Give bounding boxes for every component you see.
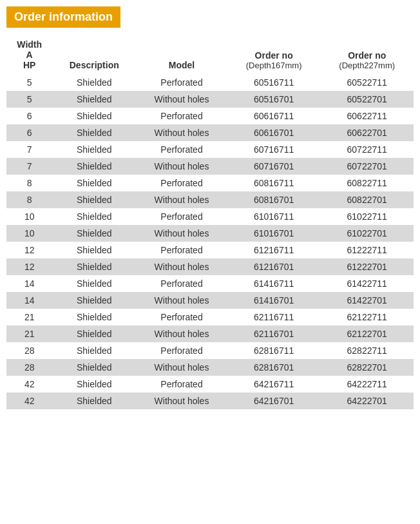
cell-description: Shielded [52,275,136,292]
cell-model: Perforated [136,141,227,158]
cell-model: Without holes [136,91,227,108]
cell-description: Shielded [52,208,136,225]
cell-order227: 60822701 [320,191,414,208]
cell-description: Shielded [52,191,136,208]
cell-order167: 64216711 [227,376,321,393]
cell-description: Shielded [52,108,136,124]
cell-width: 14 [6,292,52,309]
cell-description: Shielded [52,141,136,158]
cell-order167: 61216701 [227,258,321,275]
order-table: Width A HP Description Model Order no (D… [6,35,414,409]
cell-width: 14 [6,275,52,292]
cell-order227: 61422711 [320,275,414,292]
table-row: 10ShieldedPerforated6101671161022711 [6,208,414,225]
cell-model: Perforated [136,275,227,292]
col-model: Model [136,35,227,74]
page-title: Order information [6,6,120,28]
cell-model: Perforated [136,108,227,124]
cell-order227: 62822711 [320,342,414,359]
table-row: 8ShieldedWithout holes6081670160822701 [6,191,414,208]
table-row: 7ShieldedPerforated6071671160722711 [6,141,414,158]
cell-model: Perforated [136,342,227,359]
cell-order167: 60616701 [227,124,321,141]
cell-order227: 60622711 [320,108,414,124]
cell-description: Shielded [52,359,136,376]
cell-order227: 60722701 [320,158,414,175]
cell-order227: 60522701 [320,91,414,108]
cell-model: Without holes [136,292,227,309]
cell-description: Shielded [52,325,136,342]
cell-order227: 61022701 [320,225,414,242]
table-row: 42ShieldedPerforated6421671164222711 [6,376,414,393]
table-row: 28ShieldedPerforated6281671162822711 [6,342,414,359]
cell-order227: 61022711 [320,208,414,225]
cell-model: Perforated [136,175,227,191]
cell-order227: 61422701 [320,292,414,309]
table-row: 8ShieldedPerforated6081671160822711 [6,175,414,191]
table-row: 10ShieldedWithout holes6101670161022701 [6,225,414,242]
table-row: 12ShieldedWithout holes6121670161222701 [6,258,414,275]
cell-model: Perforated [136,309,227,325]
cell-order227: 62122711 [320,309,414,325]
cell-description: Shielded [52,242,136,258]
cell-model: Perforated [136,208,227,225]
cell-description: Shielded [52,124,136,141]
cell-width: 10 [6,225,52,242]
cell-model: Without holes [136,124,227,141]
cell-model: Without holes [136,393,227,409]
cell-order167: 60616711 [227,108,321,124]
table-row: 28ShieldedWithout holes6281670162822701 [6,359,414,376]
cell-order167: 62816701 [227,359,321,376]
cell-description: Shielded [52,309,136,325]
cell-order167: 61016701 [227,225,321,242]
table-row: 6ShieldedPerforated6061671160622711 [6,108,414,124]
table-row: 14ShieldedWithout holes6141670161422701 [6,292,414,309]
cell-model: Without holes [136,158,227,175]
cell-order227: 62822701 [320,359,414,376]
cell-width: 42 [6,376,52,393]
table-row: 12ShieldedPerforated6121671161222711 [6,242,414,258]
table-row: 5ShieldedWithout holes6051670160522701 [6,91,414,108]
cell-order227: 60722711 [320,141,414,158]
cell-description: Shielded [52,158,136,175]
cell-description: Shielded [52,225,136,242]
cell-description: Shielded [52,175,136,191]
col-order227: Order no (Depth227mm) [320,35,414,74]
cell-width: 21 [6,309,52,325]
cell-model: Perforated [136,376,227,393]
cell-model: Without holes [136,225,227,242]
cell-order167: 61016711 [227,208,321,225]
cell-width: 12 [6,258,52,275]
cell-order227: 62122701 [320,325,414,342]
table-row: 5ShieldedPerforated6051671160522711 [6,74,414,91]
cell-order167: 64216701 [227,393,321,409]
cell-width: 10 [6,208,52,225]
cell-order167: 60716711 [227,141,321,158]
cell-description: Shielded [52,292,136,309]
cell-model: Perforated [136,74,227,91]
table-row: 21ShieldedWithout holes6211670162122701 [6,325,414,342]
cell-order227: 61222711 [320,242,414,258]
cell-order227: 61222701 [320,258,414,275]
cell-order167: 62116701 [227,325,321,342]
cell-width: 28 [6,359,52,376]
cell-description: Shielded [52,393,136,409]
cell-model: Without holes [136,191,227,208]
table-row: 42ShieldedWithout holes6421670164222701 [6,393,414,409]
cell-order167: 61216711 [227,242,321,258]
cell-order167: 60816701 [227,191,321,208]
col-description: Description [52,35,136,74]
cell-width: 6 [6,124,52,141]
cell-width: 42 [6,393,52,409]
cell-order227: 60622701 [320,124,414,141]
cell-description: Shielded [52,74,136,91]
cell-width: 7 [6,141,52,158]
table-row: 6ShieldedWithout holes6061670160622701 [6,124,414,141]
cell-description: Shielded [52,258,136,275]
cell-order227: 60822711 [320,175,414,191]
cell-width: 8 [6,191,52,208]
table-row: 14ShieldedPerforated6141671161422711 [6,275,414,292]
cell-width: 8 [6,175,52,191]
cell-order167: 61416701 [227,292,321,309]
cell-model: Without holes [136,359,227,376]
